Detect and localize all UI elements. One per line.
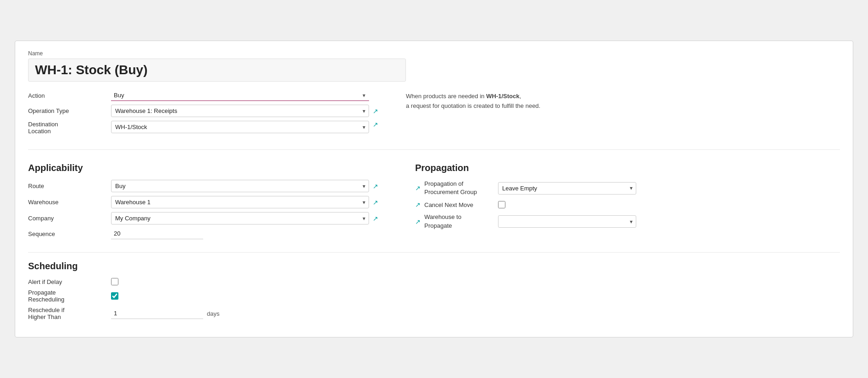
alert-if-delay-checkbox[interactable] — [111, 278, 118, 285]
cancel-next-move-checkbox[interactable] — [498, 201, 505, 208]
route-select-wrap: Buy — [111, 180, 369, 192]
route-select[interactable]: Buy — [111, 180, 369, 192]
company-row: Company My Company ↗ — [28, 212, 397, 224]
alert-if-delay-row: Alert if Delay — [28, 278, 840, 285]
days-label: days — [207, 310, 219, 317]
procurement-group-ext-link-icon[interactable]: ↗ — [415, 184, 421, 192]
procurement-group-label: Propagation of Procurement Group — [424, 180, 498, 196]
route-ext-link-icon[interactable]: ↗ — [373, 183, 378, 190]
action-select-wrap: Buy Manufacture Resupply Subcontractor — [111, 90, 369, 101]
company-select[interactable]: My Company — [111, 212, 369, 224]
company-label: Company — [28, 215, 111, 222]
top-form-left: Action Buy Manufacture Resupply Subcontr… — [28, 90, 378, 138]
sequence-label: Sequence — [28, 230, 111, 237]
sequence-row: Sequence — [28, 228, 397, 239]
propagation-select-wrap: Leave Empty Propagate Never Propagate — [498, 182, 636, 195]
operation-type-label: Operation Type — [28, 107, 111, 114]
destination-location-row: Destination Location WH-1/Stock ↗ — [28, 121, 378, 135]
reschedule-input-row: days — [111, 308, 219, 319]
route-label: Route — [28, 183, 111, 189]
reschedule-row: Reschedule if Higher Than days — [28, 307, 840, 320]
sequence-input[interactable] — [111, 228, 203, 239]
warehouse-propagate-select[interactable] — [498, 215, 636, 228]
info-text-bold: WH-1/Stock — [486, 93, 519, 100]
propagate-rescheduling-row: Propagate Rescheduling — [28, 289, 840, 303]
info-text-block: When products are needed in WH-1/Stock, … — [406, 92, 540, 111]
operation-type-select[interactable]: Warehouse 1: Receipts — [111, 105, 369, 117]
cancel-next-move-ext-link-icon[interactable]: ↗ — [415, 201, 421, 208]
name-label: Name — [28, 50, 840, 57]
warehouse-select[interactable]: Warehouse 1 — [111, 196, 369, 208]
operation-type-select-wrap: Warehouse 1: Receipts — [111, 105, 369, 117]
cancel-next-move-row: ↗ Cancel Next Move — [415, 201, 840, 208]
destination-location-select[interactable]: WH-1/Stock — [111, 121, 369, 133]
operation-type-ext-link-icon[interactable]: ↗ — [373, 107, 378, 115]
destination-location-label: Destination Location — [28, 121, 111, 135]
destination-location-ext-link-icon[interactable]: ↗ — [373, 121, 378, 128]
procurement-group-row: ↗ Propagation of Procurement Group Leave… — [415, 180, 840, 196]
route-row: Route Buy ↗ — [28, 180, 397, 192]
scheduling-section: Scheduling Alert if Delay Propagate Resc… — [28, 261, 840, 320]
top-form-area: Action Buy Manufacture Resupply Subcontr… — [28, 90, 840, 138]
destination-location-select-wrap: WH-1/Stock — [111, 121, 369, 133]
warehouse-label: Warehouse — [28, 199, 111, 206]
applicability-section: Applicability Route Buy ↗ Warehouse Ware… — [28, 158, 397, 243]
warehouse-select-wrap: Warehouse 1 — [111, 196, 369, 208]
reschedule-label: Reschedule if Higher Than — [28, 307, 111, 320]
main-card: Name WH-1: Stock (Buy) Action Buy Manufa… — [15, 41, 853, 337]
company-select-wrap: My Company — [111, 212, 369, 224]
propagation-title: Propagation — [415, 163, 840, 173]
action-row: Action Buy Manufacture Resupply Subcontr… — [28, 90, 378, 101]
operation-type-row: Operation Type Warehouse 1: Receipts ↗ — [28, 105, 378, 117]
propagate-rescheduling-checkbox[interactable] — [111, 292, 118, 300]
warehouse-propagate-ext-link-icon[interactable]: ↗ — [415, 218, 421, 225]
middle-section: Applicability Route Buy ↗ Warehouse Ware… — [28, 158, 840, 243]
propagation-select[interactable]: Leave Empty Propagate Never Propagate — [498, 182, 636, 195]
action-label: Action — [28, 92, 111, 99]
propagate-rescheduling-label: Propagate Rescheduling — [28, 289, 111, 303]
scheduling-title: Scheduling — [28, 261, 840, 272]
applicability-title: Applicability — [28, 163, 397, 173]
cancel-next-move-label: Cancel Next Move — [424, 201, 498, 208]
reschedule-input[interactable] — [111, 308, 203, 319]
warehouse-row: Warehouse Warehouse 1 ↗ — [28, 196, 397, 208]
name-input[interactable]: WH-1: Stock (Buy) — [28, 59, 406, 82]
company-ext-link-icon[interactable]: ↗ — [373, 215, 378, 222]
warehouse-propagate-row: ↗ Warehouse to Propagate — [415, 213, 840, 230]
warehouse-propagate-label: Warehouse to Propagate — [424, 213, 498, 230]
warehouse-ext-link-icon[interactable]: ↗ — [373, 199, 378, 206]
propagation-section: Propagation ↗ Propagation of Procurement… — [415, 158, 840, 243]
name-section: Name WH-1: Stock (Buy) — [28, 50, 840, 82]
alert-if-delay-label: Alert if Delay — [28, 278, 111, 285]
action-select[interactable]: Buy Manufacture Resupply Subcontractor — [111, 90, 369, 101]
warehouse-propagate-select-wrap — [498, 215, 636, 228]
